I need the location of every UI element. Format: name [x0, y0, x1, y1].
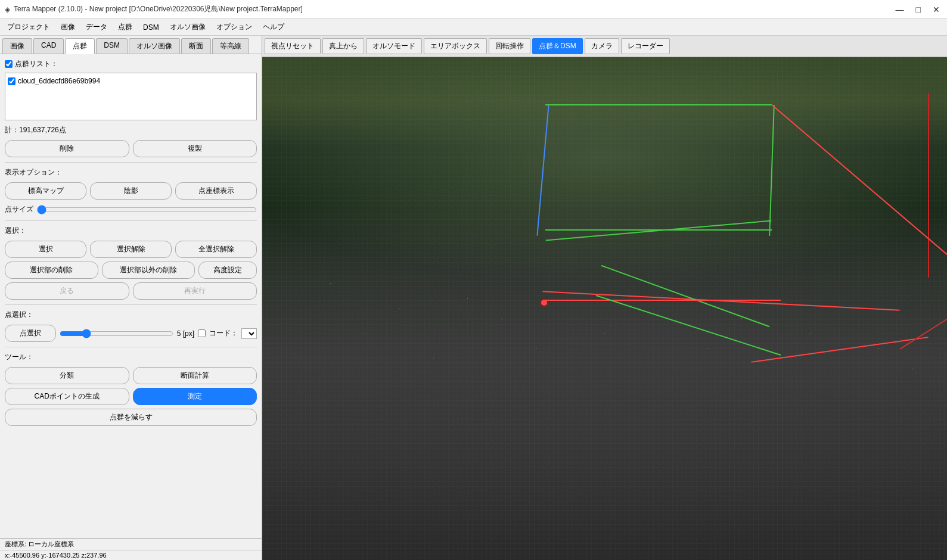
window-controls: — □ ✕ [893, 5, 942, 14]
deselect-all-button[interactable]: 全選択解除 [175, 241, 257, 258]
tools-row3: 点群を減らす [5, 409, 257, 426]
left-panel: 画像CAD点群DSMオルソ画像断面等高線 点群リスト： cloud_6ddecf… [0, 36, 262, 560]
3d-view-panel: 視点リセット真上からオルソモードエリアボックス回転操作点群＆DSMカメラレコーダ… [262, 36, 947, 560]
delete-selection-button[interactable]: 選択部の削除 [5, 262, 98, 279]
view-toolbar: 視点リセット真上からオルソモードエリアボックス回転操作点群＆DSMカメラレコーダ… [262, 36, 947, 57]
display-options-row: 標高マップ 陰影 点座標表示 [5, 182, 257, 200]
tab-DSM[interactable]: DSM [96, 38, 128, 54]
code-select[interactable] [241, 328, 257, 339]
delete-duplicate-row: 削除 複製 [5, 140, 257, 157]
menu-item-オプション[interactable]: オプション [212, 21, 257, 33]
tab-CAD[interactable]: CAD [33, 38, 64, 54]
view-btn-カメラ[interactable]: カメラ [585, 38, 619, 54]
undo-button[interactable]: 戻る [5, 282, 129, 300]
coordinates: x:-45500.96 y:-167430.25 z:237.96 [5, 552, 107, 559]
point-size-row: 点サイズ [5, 204, 257, 214]
tab-等高線[interactable]: 等高線 [212, 38, 249, 54]
coord-display-button[interactable]: 点座標表示 [175, 182, 257, 200]
elevation-map-button[interactable]: 標高マップ [5, 182, 86, 200]
point-select-slider[interactable] [60, 329, 173, 338]
view-btn-レコーダー[interactable]: レコーダー [621, 38, 670, 54]
delete-outside-button[interactable]: 選択部以外の削除 [102, 262, 195, 279]
axis-red-right [928, 93, 929, 278]
cloud-item-label: cloud_6ddecfd86e69b994 [18, 77, 100, 85]
list-item: cloud_6ddecfd86e69b994 [8, 76, 254, 86]
noise-layer [262, 57, 947, 560]
pointcloud-list-checkbox[interactable] [5, 60, 13, 68]
select-row: 選択 選択解除 全選択解除 [5, 241, 257, 258]
code-checkbox[interactable] [198, 329, 206, 337]
point-size-px: 5 [px] [177, 329, 194, 338]
cloud-item-checkbox[interactable] [8, 77, 15, 85]
tab-断面[interactable]: 断面 [181, 38, 211, 54]
display-options-label: 表示オプション： [5, 167, 257, 178]
menubar: プロジェクト画像データ点群DSMオルソ画像オプションヘルプ [0, 19, 947, 36]
titlebar: ◈ Terra Mapper (2.10.0) - New project [D… [0, 0, 947, 19]
view-btn-点群＆DSM[interactable]: 点群＆DSM [532, 38, 583, 54]
classify-button[interactable]: 分類 [5, 367, 129, 384]
view-btn-真上から[interactable]: 真上から [322, 38, 364, 54]
point-selection-label: 点選択： [5, 310, 257, 320]
maximize-button[interactable]: □ [914, 5, 923, 14]
view-btn-視点リセット[interactable]: 視点リセット [265, 38, 321, 54]
menu-item-ヘルプ[interactable]: ヘルプ [258, 21, 289, 33]
tab-点群[interactable]: 点群 [65, 38, 95, 54]
redo-button[interactable]: 再実行 [133, 282, 257, 300]
selection-label: 選択： [5, 226, 257, 236]
delete-button[interactable]: 削除 [5, 140, 129, 157]
panel-content: 点群リスト： cloud_6ddecfd86e69b994 計：191,637,… [0, 54, 262, 538]
shadow-button[interactable]: 陰影 [90, 182, 172, 200]
pointcloud-list-label: 点群リスト： [15, 59, 58, 69]
view-btn-オルソモード[interactable]: オルソモード [366, 38, 422, 54]
tab-画像[interactable]: 画像 [2, 38, 32, 54]
point-count: 計：191,637,726点 [5, 125, 257, 135]
menu-item-DSM[interactable]: DSM [138, 22, 164, 33]
menu-item-画像[interactable]: 画像 [56, 21, 80, 33]
point-size-slider[interactable] [37, 205, 257, 214]
menu-item-点群[interactable]: 点群 [113, 21, 137, 33]
duplicate-button[interactable]: 複製 [133, 140, 257, 157]
tools-row1: 分類 断面計算 [5, 367, 257, 384]
coord-system: 座標系: ローカル座標系 [5, 540, 74, 547]
view-btn-回転操作[interactable]: 回転操作 [489, 38, 530, 54]
pointcloud-list[interactable]: cloud_6ddecfd86e69b994 [5, 73, 257, 120]
point-select-row: 点選択 5 [px] コード： [5, 325, 257, 342]
menu-item-プロジェクト[interactable]: プロジェクト [2, 21, 55, 33]
point-size-label: 点サイズ [5, 204, 33, 214]
canvas-area[interactable] [262, 57, 947, 560]
tab-オルソ画像[interactable]: オルソ画像 [129, 38, 180, 54]
point-select-button[interactable]: 点選択 [5, 325, 56, 342]
tab-bar: 画像CAD点群DSMオルソ画像断面等高線 [0, 36, 262, 54]
view-btn-エリアボックス[interactable]: エリアボックス [424, 38, 487, 54]
menu-item-データ[interactable]: データ [81, 21, 112, 33]
titlebar-left: ◈ Terra Mapper (2.10.0) - New project [D… [5, 4, 303, 14]
code-label: コード： [209, 328, 238, 338]
center-point [541, 300, 547, 306]
undo-redo-row: 戻る 再実行 [5, 282, 257, 300]
main-area: 画像CAD点群DSMオルソ画像断面等高線 点群リスト： cloud_6ddecf… [0, 36, 947, 560]
deselect-button[interactable]: 選択解除 [90, 241, 172, 258]
reduce-points-button[interactable]: 点群を減らす [5, 409, 257, 426]
menu-item-オルソ画像[interactable]: オルソ画像 [165, 21, 210, 33]
tools-row2: CADポイントの生成 測定 [5, 388, 257, 405]
select-button[interactable]: 選択 [5, 241, 86, 258]
altitude-button[interactable]: 高度設定 [198, 262, 257, 279]
pointcloud-list-header: 点群リスト： [5, 59, 257, 69]
selection-ops-row: 選択部の削除 選択部以外の削除 高度設定 [5, 262, 257, 279]
measure-button[interactable]: 測定 [133, 388, 257, 405]
app-title: Terra Mapper (2.10.0) - New project [D:\… [14, 4, 303, 14]
section-calc-button[interactable]: 断面計算 [133, 367, 257, 384]
tools-label: ツール： [5, 352, 257, 362]
close-button[interactable]: ✕ [930, 5, 942, 14]
status-bar: 座標系: ローカル座標系 [0, 538, 262, 550]
app-icon: ◈ [5, 5, 10, 14]
coord-bar: x:-45500.96 y:-167430.25 z:237.96 [0, 550, 262, 560]
minimize-button[interactable]: — [893, 5, 906, 14]
cad-point-button[interactable]: CADポイントの生成 [5, 388, 129, 405]
